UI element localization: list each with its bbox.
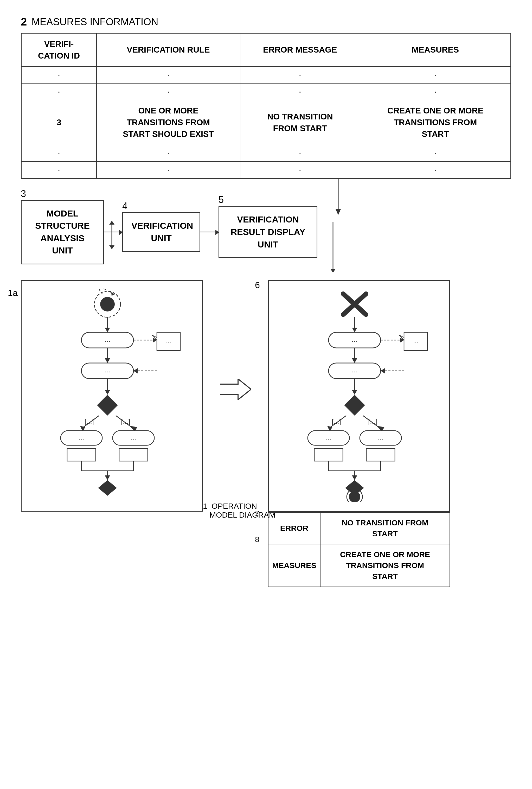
table-row-dots-1: · · · · — [21, 67, 511, 83]
svg-marker-42 — [220, 379, 251, 400]
svg-point-3 — [100, 297, 115, 312]
svg-marker-22 — [97, 395, 118, 416]
label-6: 6 — [255, 280, 260, 290]
measures-table: VERIFI-CATION ID VERIFICATION RULE ERROR… — [21, 33, 511, 179]
measures-label: MEASURES — [268, 544, 321, 586]
left-model-diagram: ... ... ... — [21, 280, 203, 512]
svg-marker-62 — [352, 390, 357, 395]
col-header-error: ERROR MESSAGE — [240, 33, 360, 67]
svg-marker-63 — [344, 395, 365, 416]
svg-marker-40 — [98, 480, 117, 496]
error-value: NO TRANSITION FROMSTART — [321, 513, 450, 544]
section-title: 2 MEASURES INFORMATION — [21, 16, 511, 28]
unit4-box: VERIFICATIONUNIT — [122, 212, 200, 252]
svg-marker-39 — [105, 475, 110, 480]
svg-marker-15 — [105, 358, 110, 363]
svg-marker-88 — [330, 269, 336, 273]
error-label: ERROR — [268, 513, 321, 544]
svg-marker-6 — [105, 327, 110, 332]
left-flow-svg: ... ... ... — [30, 288, 186, 502]
svg-text:...: ... — [352, 335, 358, 343]
table-row-highlight: 3 ONE OR MORETRANSITIONS FROMSTART SHOUL… — [21, 100, 511, 145]
svg-text:[...]: [...] — [121, 418, 130, 426]
col-header-rule: VERIFICATION RULE — [96, 33, 240, 67]
highlight-error: NO TRANSITIONFROM START — [240, 100, 360, 145]
svg-text:...: ... — [131, 433, 136, 441]
svg-text:...: ... — [166, 338, 171, 344]
svg-marker-80 — [352, 475, 357, 480]
unit4-number: 4 — [122, 201, 128, 211]
measures-value: CREATE ONE OR MORETRANSITIONS FROMSTART — [321, 544, 450, 586]
measures-row: MEASURES CREATE ONE OR MORETRANSITIONS F… — [268, 544, 450, 586]
svg-text:[...]: [...] — [84, 418, 94, 426]
unit5-box: VERIFICATIONRESULT DISPLAYUNIT — [218, 206, 317, 258]
unit3-box: MODELSTRUCTUREANALYSIS UNIT — [21, 200, 104, 264]
svg-text:...: ... — [104, 335, 110, 343]
svg-text:...: ... — [79, 433, 84, 441]
title-number: 2 — [21, 16, 27, 28]
col-header-id: VERIFI-CATION ID — [21, 33, 97, 67]
svg-marker-47 — [352, 327, 357, 332]
label-7: 7 — [255, 509, 259, 518]
svg-marker-19 — [133, 368, 138, 373]
svg-marker-60 — [381, 368, 385, 373]
svg-text:...: ... — [104, 366, 110, 374]
right-result-diagram: ... ... ... — [268, 280, 450, 512]
table-row-dots-3: · · · · — [21, 145, 511, 162]
highlight-rule: ONE OR MORETRANSITIONS FROMSTART SHOULD … — [96, 100, 240, 145]
big-arrow-right — [218, 379, 252, 400]
svg-rect-33 — [67, 449, 96, 461]
unit5-number: 5 — [218, 194, 224, 205]
table-row-dots-2: · · · · — [21, 83, 511, 100]
svg-text:[...]: [...] — [368, 418, 378, 426]
table-to-unit5-arrow — [326, 179, 350, 223]
svg-text:...: ... — [326, 433, 331, 441]
svg-rect-34 — [119, 449, 148, 461]
right-flow-svg: ... ... ... — [277, 288, 433, 502]
svg-rect-75 — [366, 449, 395, 461]
error-panel: ERROR NO TRANSITION FROMSTART MEASURES — [268, 512, 450, 587]
svg-text:...: ... — [352, 366, 358, 374]
unit3-number: 3 — [21, 188, 26, 199]
label-8: 8 — [255, 535, 259, 544]
svg-marker-1 — [336, 209, 341, 215]
svg-point-82 — [349, 491, 360, 502]
highlight-id: 3 — [21, 100, 97, 145]
svg-text:...: ... — [378, 433, 383, 441]
col-header-measures: MEASURES — [360, 33, 511, 67]
arrow-4-to-5 — [200, 231, 218, 232]
diagrams-area: 1a — [21, 280, 511, 587]
svg-rect-74 — [314, 449, 343, 461]
table-row-dots-4: · · · · — [21, 162, 511, 179]
title-text: MEASURES INFORMATION — [32, 16, 158, 27]
svg-text:[...]: [...] — [332, 418, 341, 426]
label-operation-model: 1 OPERATION MODEL DIAGRAM — [203, 502, 276, 520]
svg-text:...: ... — [413, 338, 418, 344]
lower-section: 3 MODELSTRUCTUREANALYSIS UNIT 4 VERIFICA… — [21, 200, 511, 587]
label-1a: 1a — [8, 288, 18, 298]
error-row: ERROR NO TRANSITION FROMSTART — [268, 512, 450, 544]
units-section: 3 MODELSTRUCTUREANALYSIS UNIT 4 VERIFICA… — [21, 200, 511, 264]
highlight-measures: CREATE ONE OR MORETRANSITIONS FROMSTART — [360, 100, 511, 145]
arrow-3-to-4 — [104, 231, 122, 232]
svg-marker-21 — [105, 390, 110, 395]
svg-marker-56 — [352, 358, 357, 363]
right-side: 6 — [268, 280, 511, 587]
